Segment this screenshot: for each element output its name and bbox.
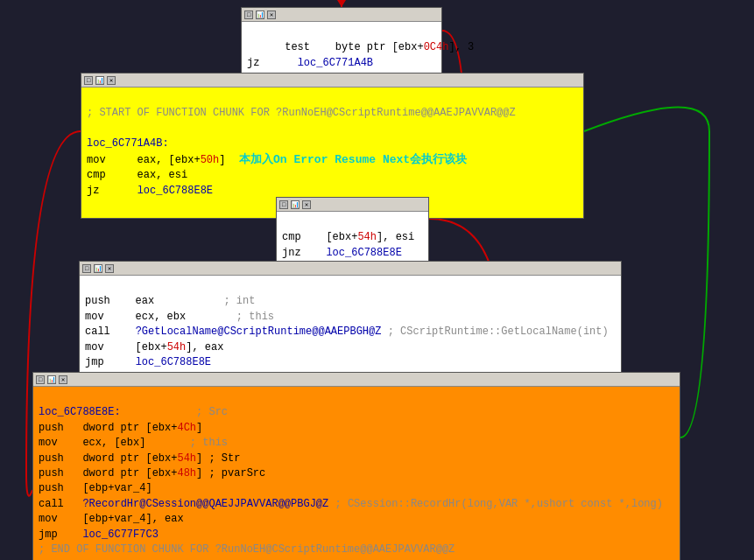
b5-c2: ; this <box>145 437 228 449</box>
b4-c2: ; this <box>186 311 274 323</box>
b4-i4: mov <box>85 341 104 354</box>
b4-t6 <box>104 356 136 368</box>
b5-t4: dword ptr [ebx+ <box>64 452 178 465</box>
tb-btn-2a[interactable]: □ <box>84 76 93 85</box>
b3-t3 <box>301 247 327 259</box>
tb-btn-1a[interactable]: □ <box>244 10 253 19</box>
b5-i6: call <box>39 498 64 510</box>
b4-t2: ecx, ebx <box>104 311 187 323</box>
titlebar-3: □ 📊 ✕ <box>277 198 428 212</box>
b5-t11 <box>58 528 83 541</box>
b3-t2: ], esi <box>377 231 414 243</box>
b5-label1: loc_6C788E8E: <box>39 406 121 418</box>
b5-i8: jmp <box>39 528 58 541</box>
b2-t4 <box>99 185 137 197</box>
b5-i4: push <box>39 467 64 480</box>
b5-c3: ; CSession::RecordHr(long,VAR *,ushort c… <box>328 498 663 510</box>
b3-instr1: cmp <box>282 231 301 243</box>
tb-btn-5c[interactable]: ✕ <box>59 375 67 384</box>
b2-instr1: mov <box>87 154 106 166</box>
b5-t2: ] <box>196 422 202 434</box>
b5-label2: loc_6C77F7C3 <box>82 528 158 541</box>
b5-t6: dword ptr [ebx+ <box>64 467 178 480</box>
code-block-5: □ 📊 ✕ loc_6C788E8E: ; Src push dword ptr… <box>32 372 680 560</box>
tb-btn-5a[interactable]: □ <box>36 375 45 384</box>
b4-i1: push <box>85 295 110 307</box>
tb-btn-4b[interactable]: 📊 <box>94 264 102 273</box>
b5-c1: ; Src <box>121 406 228 418</box>
b4-c3: ; CScriptRuntime::GetLocalName(int) <box>381 326 608 338</box>
b4-i2: mov <box>85 311 104 323</box>
b5-t7: ] ; pvarSrc <box>196 467 265 480</box>
block5-content: loc_6C788E8E: ; Src push dword ptr [ebx+… <box>33 387 680 560</box>
b5-t1: dword ptr [ebx+ <box>64 422 178 434</box>
b2-hex1: 50h <box>201 154 220 166</box>
b5-c4: ; END OF FUNCTION CHUNK FOR ?RunNoEH@CSc… <box>39 543 455 556</box>
b4-label1: loc_6C788E8E <box>136 356 211 368</box>
b5-func1: ?RecordHr@CSession@@QAEJJPAVVAR@@PBGJ@Z <box>82 498 328 510</box>
b4-t1: eax <box>110 295 154 307</box>
b2-t1: eax, [ebx+ <box>106 154 201 166</box>
b1-hex1: 0C4h <box>424 41 449 53</box>
b5-hex1: 4Ch <box>177 422 196 434</box>
b4-i3: call <box>85 326 110 338</box>
b2-comment1: ; START OF FUNCTION CHUNK FOR ?RunNoEH@C… <box>87 107 516 119</box>
tb-btn-4a[interactable]: □ <box>82 264 91 273</box>
b5-t9 <box>64 498 83 510</box>
tb-btn-3a[interactable]: □ <box>279 200 288 209</box>
b3-t1: [ebx+ <box>301 231 358 243</box>
b2-label2: loc_6C788E8E <box>137 185 213 197</box>
main-canvas: □ 📊 ✕ test byte ptr [ebx+0C4h], 3 jz loc… <box>0 0 754 560</box>
titlebar-4: □ 📊 ✕ <box>80 262 621 276</box>
b3-hex1: 54h <box>357 231 377 243</box>
b4-i5: jmp <box>85 356 104 368</box>
b3-label1: loc_6C788E8E <box>326 247 401 259</box>
b5-i3: push <box>39 452 64 465</box>
svg-marker-13 <box>337 0 346 7</box>
b5-t10: [ebp+var_4], eax <box>58 513 184 525</box>
b5-t8: [ebp+var_4] <box>64 482 152 494</box>
titlebar-1: □ 📊 ✕ <box>242 8 441 22</box>
b1-text1: byte ptr [ebx+ <box>310 41 424 53</box>
b5-i2: mov <box>39 437 58 449</box>
b4-hex1: 54h <box>167 341 187 354</box>
b4-func1: ?GetLocalName@CScriptRuntime@@AAEPBGH@Z <box>136 326 382 338</box>
code-block-4: □ 📊 ✕ push eax ; int mov ecx, ebx ; this… <box>79 261 622 390</box>
b1-label1: loc_6C771A4B <box>298 57 373 69</box>
b4-c1: ; int <box>154 295 255 307</box>
titlebar-2: □ 📊 ✕ <box>81 74 583 88</box>
tb-btn-1c[interactable]: ✕ <box>267 10 276 19</box>
titlebar-5: □ 📊 ✕ <box>33 373 680 387</box>
tb-btn-2b[interactable]: 📊 <box>95 76 104 85</box>
b4-t5: ], eax <box>186 341 223 354</box>
tb-btn-1b[interactable]: 📊 <box>256 10 264 19</box>
b1-text3 <box>259 57 297 69</box>
b2-instr3: jz <box>87 185 99 197</box>
b1-instr2: jz <box>247 57 259 69</box>
b2-instr2: cmp <box>87 169 106 181</box>
b4-t3 <box>110 326 136 338</box>
b2-chinese: 本加入On Error Resume Next会执行该块 <box>225 153 467 166</box>
b5-i5: push <box>39 482 64 494</box>
b5-i1: push <box>39 422 64 434</box>
tb-btn-2c[interactable]: ✕ <box>107 76 116 85</box>
b3-instr2: jnz <box>282 247 301 259</box>
b1-text2: ], 3 <box>448 41 474 53</box>
b1-instr1: test <box>285 41 310 53</box>
b2-label1: loc_6C771A4B: <box>87 137 169 150</box>
b4-t4: [ebx+ <box>104 341 167 354</box>
b5-t5: ] ; Str <box>196 452 240 465</box>
b2-t3: eax, esi <box>106 169 188 181</box>
tb-btn-5b[interactable]: 📊 <box>47 375 56 384</box>
tb-btn-3b[interactable]: 📊 <box>291 200 299 209</box>
b5-hex2: 54h <box>177 452 196 465</box>
tb-btn-3c[interactable]: ✕ <box>302 200 311 209</box>
b5-t3: ecx, [ebx] <box>58 437 146 449</box>
b5-i7: mov <box>39 513 58 525</box>
b5-hex3: 48h <box>177 467 196 480</box>
tb-btn-4c[interactable]: ✕ <box>105 264 114 273</box>
